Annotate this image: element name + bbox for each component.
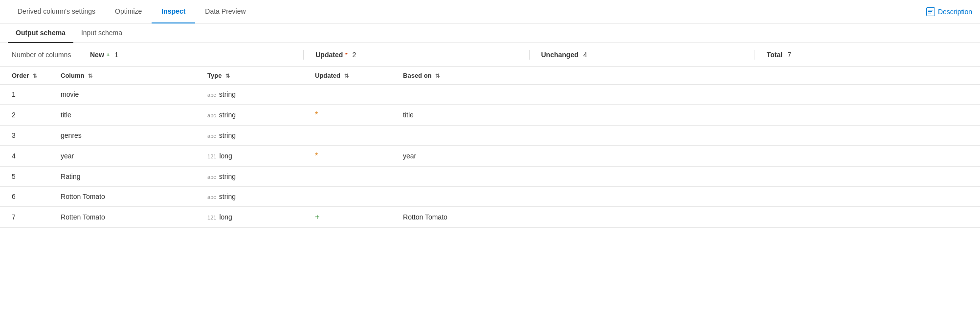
schema-table: Order ⇅ Column ⇅ Type ⇅ Updated ⇅ Based …: [0, 67, 980, 228]
type-prefix: abc: [207, 92, 216, 98]
divider-1: [303, 50, 304, 60]
svg-rect-1: [928, 11, 932, 12]
stat-new: New+ 1: [90, 51, 291, 59]
top-tabs-bar: Derived column's settings Optimize Inspe…: [0, 0, 980, 23]
updated-symbol: +: [315, 213, 319, 221]
table-row: 1movieabcstring: [0, 85, 980, 105]
stat-total-count: 7: [787, 51, 791, 59]
tab-derived[interactable]: Derived column's settings: [8, 0, 105, 23]
stat-updated-badge: *: [345, 52, 347, 58]
tab-input-schema[interactable]: Input schema: [73, 24, 130, 43]
type-prefix: abc: [207, 194, 216, 200]
cell-column: movie: [49, 85, 196, 105]
table-row: 3genresabcstring: [0, 126, 980, 146]
cell-basedon: year: [391, 146, 980, 167]
tab-preview[interactable]: Data Preview: [195, 0, 255, 23]
type-prefix: abc: [207, 112, 216, 118]
sort-icon-column: ⇅: [88, 73, 92, 79]
cell-basedon: [391, 167, 980, 187]
divider-3: [755, 50, 755, 60]
stat-unchanged: Unchanged 4: [541, 51, 743, 59]
cell-order: 1: [0, 85, 49, 105]
col-header-type[interactable]: Type ⇅: [196, 67, 303, 85]
cell-basedon: title: [391, 105, 980, 126]
stat-unchanged-label: Unchanged: [541, 51, 579, 59]
cell-type: abcstring: [196, 167, 303, 187]
col-header-column[interactable]: Column ⇅: [49, 67, 196, 85]
cell-order: 5: [0, 167, 49, 187]
cell-basedon: [391, 85, 980, 105]
cell-order: 7: [0, 207, 49, 228]
cell-basedon: [391, 187, 980, 207]
cell-type: abcstring: [196, 105, 303, 126]
cell-column: genres: [49, 126, 196, 146]
col-header-basedon[interactable]: Based on ⇅: [391, 67, 980, 85]
tab-optimize[interactable]: Optimize: [105, 0, 152, 23]
description-label: Description: [938, 8, 972, 16]
stat-new-label: New: [90, 51, 104, 59]
stat-new-badge: +: [107, 52, 110, 58]
divider-2: [529, 50, 530, 60]
cell-type: abcstring: [196, 85, 303, 105]
cell-order: 6: [0, 187, 49, 207]
summary-row: Number of columns New+ 1 Updated* 2 Unch…: [0, 43, 980, 67]
svg-rect-2: [928, 13, 931, 13]
type-prefix: abc: [207, 133, 216, 139]
updated-symbol: *: [315, 152, 318, 160]
table-row: 2titleabcstring*title: [0, 105, 980, 126]
cell-basedon: [391, 126, 980, 146]
cell-column: Rotton Tomato: [49, 187, 196, 207]
svg-rect-0: [928, 10, 933, 10]
table-header-row: Order ⇅ Column ⇅ Type ⇅ Updated ⇅ Based …: [0, 67, 980, 85]
stat-total-label: Total: [767, 51, 782, 59]
stat-unchanged-count: 4: [583, 51, 587, 59]
cell-updated: [303, 126, 391, 146]
table-row: 6Rotton Tomatoabcstring: [0, 187, 980, 207]
cell-column: Rating: [49, 167, 196, 187]
table-row: 7Rotten Tomato121long+Rotton Tomato: [0, 207, 980, 228]
cell-updated: [303, 187, 391, 207]
col-header-updated[interactable]: Updated ⇅: [303, 67, 391, 85]
cell-order: 3: [0, 126, 49, 146]
cell-order: 4: [0, 146, 49, 167]
table-container: Order ⇅ Column ⇅ Type ⇅ Updated ⇅ Based …: [0, 67, 980, 228]
cell-column: year: [49, 146, 196, 167]
cell-type: 121long: [196, 207, 303, 228]
stat-new-count: 1: [114, 51, 118, 59]
sub-tabs-bar: Output schema Input schema: [0, 23, 980, 43]
stat-updated: Updated* 2: [315, 51, 517, 59]
cell-type: abcstring: [196, 126, 303, 146]
col-header-order[interactable]: Order ⇅: [0, 67, 49, 85]
stat-updated-label: Updated: [315, 51, 343, 59]
cell-updated: [303, 85, 391, 105]
cell-order: 2: [0, 105, 49, 126]
sort-icon-updated: ⇅: [344, 73, 349, 79]
updated-symbol: *: [315, 110, 318, 119]
cell-updated: [303, 167, 391, 187]
type-prefix: 121: [207, 215, 216, 220]
table-row: 5Ratingabcstring: [0, 167, 980, 187]
sort-icon-order: ⇅: [33, 73, 37, 79]
cell-updated: *: [303, 105, 391, 126]
type-prefix: 121: [207, 153, 216, 159]
summary-label: Number of columns: [12, 51, 90, 59]
cell-type: 121long: [196, 146, 303, 167]
sort-icon-type: ⇅: [225, 73, 230, 79]
description-icon: [926, 7, 935, 16]
cell-updated: +: [303, 207, 391, 228]
stat-total: Total 7: [767, 51, 968, 59]
cell-type: abcstring: [196, 187, 303, 207]
cell-column: Rotten Tomato: [49, 207, 196, 228]
tab-inspect[interactable]: Inspect: [152, 0, 195, 23]
cell-basedon: Rotton Tomato: [391, 207, 980, 228]
sort-icon-basedon: ⇅: [435, 73, 440, 79]
cell-updated: *: [303, 146, 391, 167]
table-row: 4year121long*year: [0, 146, 980, 167]
cell-column: title: [49, 105, 196, 126]
tab-output-schema[interactable]: Output schema: [8, 24, 73, 43]
stat-updated-count: 2: [353, 51, 356, 59]
type-prefix: abc: [207, 174, 216, 180]
description-button[interactable]: Description: [926, 7, 972, 16]
